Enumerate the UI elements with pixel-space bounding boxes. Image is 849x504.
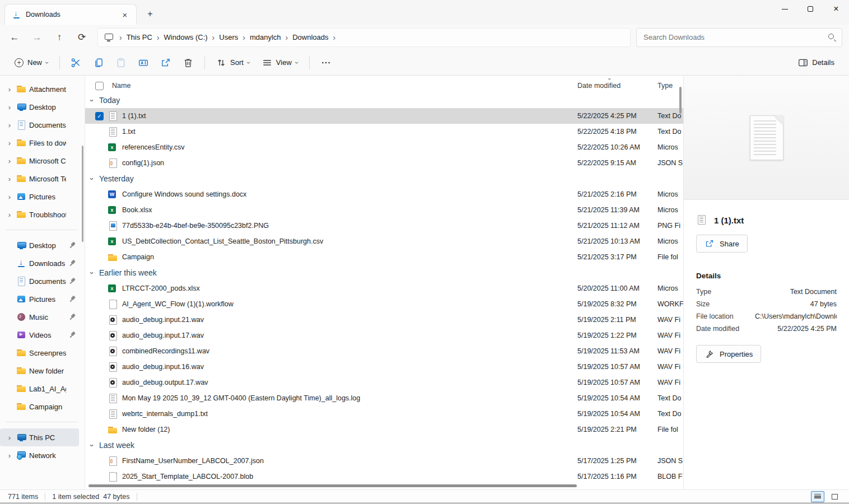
maximize-button[interactable] [797, 0, 823, 18]
file-row[interactable]: Campaign 5/21/2025 3:17 PM File fol [85, 249, 683, 265]
row-checkbox[interactable] [95, 112, 104, 120]
minimize-button[interactable] [772, 0, 797, 18]
sidebar-item-attachments[interactable]: › Attachments [0, 80, 79, 98]
group-header[interactable]: › Today [85, 92, 683, 108]
file-row[interactable]: x referencesEntity.csv 5/22/2025 10:26 A… [85, 139, 683, 155]
chevron-right-icon[interactable]: › [6, 211, 13, 219]
sidebar-item-pictures[interactable]: › Pictures [0, 188, 79, 206]
search-box[interactable] [636, 28, 842, 47]
breadcrumb-item-windows-c[interactable]: Windows (C:) [164, 33, 208, 41]
file-row[interactable]: config(1).json 5/22/2025 9:15 AM JSON S [85, 155, 683, 171]
chevron-right-icon[interactable]: › [6, 451, 13, 460]
breadcrumb-item-downloads[interactable]: Downloads [292, 33, 328, 41]
file-row[interactable]: AI_Agent_WC_Flow (1)(1).workflow 5/19/20… [85, 296, 683, 312]
sidebar-item-network[interactable]: › Network [0, 446, 79, 464]
column-header-name[interactable]: Name [112, 82, 577, 90]
sidebar-item-documents[interactable]: › Documents [0, 116, 79, 134]
more-options-button[interactable] [315, 53, 337, 72]
chevron-right-icon[interactable]: › [6, 139, 13, 147]
file-row[interactable]: 2025_Start_Template_LABCOL-2007.blob 5/1… [85, 469, 683, 484]
file-row[interactable]: x US_DebtCollection_Contact_List_Seattle… [85, 234, 683, 249]
chevron-right-icon[interactable]: › [6, 175, 13, 183]
group-header[interactable]: › Yesterday [85, 171, 683, 186]
sidebar-item-microsoft-cop[interactable]: › Microsoft Cop [0, 152, 79, 170]
horizontal-scrollbar-thumb[interactable] [88, 484, 577, 487]
tab-downloads[interactable]: Downloads × [4, 4, 137, 25]
icons-view-toggle[interactable] [828, 491, 841, 502]
tab-close-icon[interactable]: × [119, 9, 130, 20]
chevron-expanded-icon[interactable]: › [88, 269, 96, 276]
file-row[interactable]: webrtc_internals_dump1.txt 5/19/2025 10:… [85, 406, 683, 422]
file-row[interactable]: audio_debug.input.17.wav 5/19/2025 1:22 … [85, 328, 683, 343]
chevron-right-icon[interactable]: › [6, 433, 13, 442]
search-input[interactable] [642, 32, 828, 42]
cut-button[interactable] [66, 53, 87, 72]
chevron-right-icon[interactable]: › [6, 193, 13, 201]
file-row[interactable]: audio_debug.input.16.wav 5/19/2025 10:57… [85, 359, 683, 375]
sidebar-item-new-folder-12[interactable]: › New folder (12) [0, 362, 79, 380]
group-header[interactable]: › Earlier this week [85, 265, 683, 281]
sidebar-item-campaign[interactable]: › Campaign [0, 398, 79, 416]
breadcrumb-item-users[interactable]: Users [219, 33, 238, 41]
file-row[interactable]: 1.txt 5/22/2025 4:18 PM Text Do [85, 124, 683, 139]
file-row[interactable]: audio_debug.input.21.wav 5/19/2025 2:11 … [85, 312, 683, 328]
rename-button[interactable] [133, 53, 154, 72]
file-row[interactable]: Mon May 19 2025 10_39_12 GMT-0400 (Easte… [85, 390, 683, 406]
file-row[interactable]: 1 (1).txt 5/22/2025 4:25 PM Text Do [85, 108, 683, 124]
up-button[interactable]: ↑ [49, 29, 69, 46]
sort-button[interactable]: Sort › [211, 53, 255, 72]
view-button[interactable]: View › [256, 53, 304, 72]
new-button[interactable]: + New › [9, 53, 54, 72]
horizontal-scrollbar[interactable] [87, 484, 677, 488]
new-tab-button[interactable]: + [143, 7, 157, 21]
refresh-button[interactable]: ⟳ [72, 29, 92, 46]
details-view-toggle[interactable] [811, 491, 824, 502]
sidebar-item-desktop[interactable]: › Desktop [0, 236, 79, 254]
file-row[interactable]: FirstName_UserNumber_LABCOL_2007.json 5/… [85, 453, 683, 469]
file-row[interactable]: New folder (12) 5/19/2025 2:21 PM File f… [85, 422, 683, 437]
breadcrumb[interactable]: ›This PC›Windows (C:)›Users›mdanylch›Dow… [97, 28, 631, 47]
close-button[interactable]: × [823, 0, 849, 18]
sidebar-item-downloads[interactable]: › Downloads [0, 254, 79, 272]
sidebar-scrollbar[interactable] [82, 146, 83, 242]
file-row[interactable]: x Book.xlsx 5/21/2025 11:39 AM Micros [85, 202, 683, 218]
sidebar-item-screenpresso[interactable]: › Screenpresso [0, 344, 79, 362]
chevron-expanded-icon[interactable]: › [88, 97, 96, 104]
sidebar-item-troublshootin[interactable]: › Troublshootin [0, 206, 79, 223]
chevron-right-icon[interactable]: › [6, 85, 13, 94]
back-button[interactable]: ← [4, 29, 25, 46]
sidebar-item-files-to-downl[interactable]: › Files to downl [0, 134, 79, 152]
column-header-date-modified[interactable]: ›Date modified [577, 82, 657, 90]
delete-button[interactable] [178, 53, 199, 72]
select-all-checkbox[interactable] [95, 82, 104, 90]
breadcrumb-item-mdanylch[interactable]: mdanylch [250, 33, 281, 41]
sidebar-item-pictures[interactable]: › Pictures [0, 290, 79, 308]
file-row[interactable]: 77d5533b-e24b-4bef-be9e-350095c23bf2.PNG… [85, 218, 683, 234]
sidebar-item-this-pc[interactable]: › This PC [0, 428, 79, 446]
sidebar-item-videos[interactable]: › Videos [0, 326, 79, 344]
file-row[interactable]: audio_debug.output.17.wav 5/19/2025 10:5… [85, 375, 683, 390]
group-header[interactable]: › Last week [85, 437, 683, 453]
properties-button[interactable]: Properties [696, 345, 761, 363]
sidebar-item-microsoft-tear[interactable]: › Microsoft Tear [0, 170, 79, 188]
chevron-expanded-icon[interactable]: › [88, 442, 96, 449]
sidebar-item-lab1-ai-agent[interactable]: › Lab1_AI_Agent [0, 380, 79, 398]
forward-button[interactable]: → [27, 29, 47, 46]
breadcrumb-item-this-pc[interactable]: This PC [127, 33, 152, 41]
vertical-scrollbar[interactable] [679, 87, 682, 114]
copy-button[interactable] [88, 53, 109, 72]
sidebar-item-documents[interactable]: › Documents [0, 272, 79, 290]
sidebar-item-music[interactable]: › Music [0, 308, 79, 326]
paste-button[interactable] [110, 53, 132, 72]
chevron-right-icon[interactable]: › [6, 121, 13, 129]
file-row[interactable]: x LTRCCT-2000_pods.xlsx 5/20/2025 11:00 … [85, 281, 683, 296]
file-row[interactable]: W Configure Windows sound settings.docx … [85, 186, 683, 202]
chevron-expanded-icon[interactable]: › [88, 175, 96, 182]
file-row[interactable]: combinedRecordings11.wav 5/19/2025 11:53… [85, 343, 683, 359]
chevron-right-icon[interactable]: › [6, 157, 13, 165]
chevron-right-icon[interactable]: › [6, 103, 13, 111]
sidebar-item-desktop[interactable]: › Desktop [0, 98, 79, 116]
details-pane-toggle[interactable]: Details [792, 53, 840, 72]
share-button[interactable] [155, 53, 176, 72]
share-file-button[interactable]: Share [696, 235, 748, 253]
